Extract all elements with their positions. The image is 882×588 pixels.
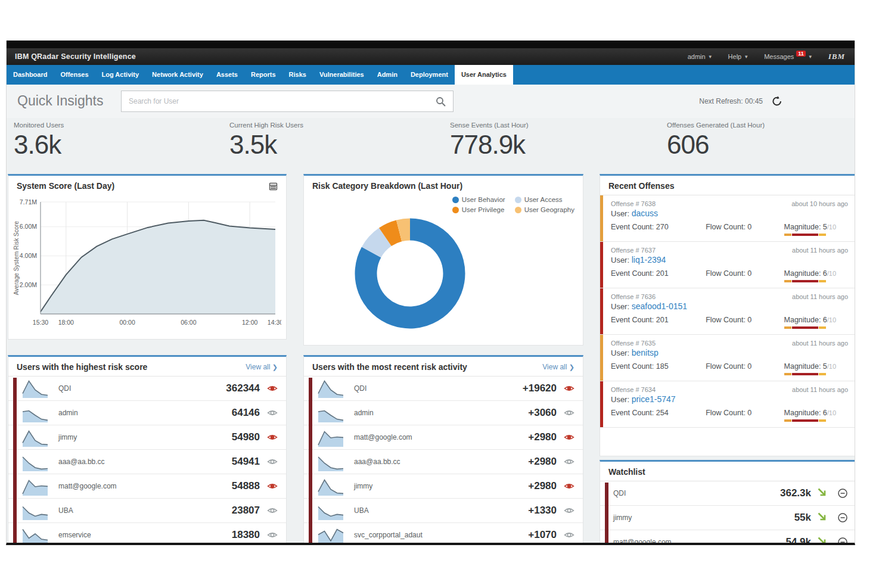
offense-user-link[interactable]: dacuss xyxy=(632,209,658,218)
watch-toggle[interactable] xyxy=(557,384,574,393)
remove-from-watchlist-button[interactable] xyxy=(837,537,848,545)
offense-user-link[interactable]: price1-5747 xyxy=(632,394,676,404)
eye-icon[interactable] xyxy=(267,384,278,393)
watch-toggle[interactable] xyxy=(557,531,574,539)
eye-icon[interactable] xyxy=(564,506,574,515)
list-item[interactable]: matt@google.com54888 xyxy=(8,474,286,499)
watch-toggle[interactable] xyxy=(260,482,278,490)
tab-dashboard[interactable]: Dashboard xyxy=(7,65,54,85)
legend-label: User Privilege xyxy=(462,206,505,213)
eye-icon[interactable] xyxy=(267,482,278,490)
user-menu[interactable]: admin▼ xyxy=(688,53,713,60)
magnitude-bar xyxy=(784,419,831,422)
tab-offenses[interactable]: Offenses xyxy=(54,65,95,85)
magnitude: Magnitude: 6/10 xyxy=(784,269,848,282)
view-all-link[interactable]: View all ❯ xyxy=(542,363,574,371)
messages-menu[interactable]: Messages11▼ xyxy=(764,53,813,60)
magnitude: Magnitude: 5/10 xyxy=(784,223,848,236)
eye-icon[interactable] xyxy=(267,458,278,466)
tab-admin[interactable]: Admin xyxy=(371,65,404,85)
page-title: Quick Insights xyxy=(17,93,103,109)
tab-deployment[interactable]: Deployment xyxy=(404,65,455,85)
user-name: QDI xyxy=(613,489,626,497)
remove-from-watchlist-button[interactable] xyxy=(837,488,848,499)
eye-icon[interactable] xyxy=(564,458,574,466)
main-nav: DashboardOffensesLog ActivityNetwork Act… xyxy=(7,65,855,85)
offense-user-link[interactable]: liq1-2394 xyxy=(632,255,666,265)
watch-toggle[interactable] xyxy=(260,409,278,417)
offense-card[interactable]: Offense # 7638about 10 hours agoUser: da… xyxy=(600,195,855,242)
watch-toggle[interactable] xyxy=(260,433,278,441)
tab-log-activity[interactable]: Log Activity xyxy=(95,65,146,85)
stat-value: 3.6k xyxy=(14,130,64,160)
offense-user-link[interactable]: seafood1-0151 xyxy=(632,301,687,311)
watch-toggle[interactable] xyxy=(557,482,574,490)
list-item[interactable]: UBA23807 xyxy=(8,499,286,523)
magnitude: Magnitude: 6/10 xyxy=(784,316,848,329)
watch-toggle[interactable] xyxy=(260,506,278,515)
list-item[interactable]: aaa@aa.bb.cc54941 xyxy=(8,450,286,474)
legend-swatch xyxy=(452,207,459,213)
sparkline-chart xyxy=(317,499,344,522)
next-refresh-label: Next Refresh: 00:45 xyxy=(699,97,763,105)
watch-toggle[interactable] xyxy=(557,433,574,441)
watch-toggle[interactable] xyxy=(260,384,278,393)
eye-icon[interactable] xyxy=(267,433,278,441)
user-list: QDI362344admin64146jimmy54980aaa@aa.bb.c… xyxy=(8,377,286,545)
search-input[interactable] xyxy=(122,91,453,111)
help-menu[interactable]: Help▼ xyxy=(728,53,749,60)
watchlist-item[interactable]: matt@google.com54.9k xyxy=(600,530,855,545)
tab-reports[interactable]: Reports xyxy=(244,65,282,85)
watch-toggle[interactable] xyxy=(557,409,574,417)
calendar-icon[interactable] xyxy=(269,182,278,191)
watchlist-item[interactable]: QDI362.3k xyxy=(600,481,855,506)
eye-icon[interactable] xyxy=(267,531,278,539)
list-item[interactable]: UBA+1330 xyxy=(304,499,583,523)
offense-card[interactable]: Offense # 7634about 11 hours agoUser: pr… xyxy=(600,381,855,428)
list-item[interactable]: matt@google.com+2980 xyxy=(304,425,583,450)
list-item[interactable]: QDI+19620 xyxy=(304,377,583,401)
list-item[interactable]: svc_corpportal_adaut+1070 xyxy=(304,523,583,545)
user-name: matt@google.com xyxy=(58,482,117,490)
list-item[interactable]: QDI362344 xyxy=(8,377,286,401)
watchlist-item[interactable]: jimmy55k xyxy=(600,506,855,530)
offense-card[interactable]: Offense # 7637about 11 hours agoUser: li… xyxy=(600,242,855,288)
list-item[interactable]: admin64146 xyxy=(8,401,286,425)
list-item[interactable]: aaa@aa.bb.cc+2980 xyxy=(304,450,583,474)
watch-toggle[interactable] xyxy=(557,506,574,515)
offense-user: User: liq1-2394 xyxy=(611,255,848,265)
list-item[interactable]: admin+3060 xyxy=(304,401,583,425)
tab-assets[interactable]: Assets xyxy=(210,65,244,85)
list-item[interactable]: jimmy54980 xyxy=(8,425,286,450)
tab-vulnerabilities[interactable]: Vulnerabilities xyxy=(313,65,371,85)
watch-toggle[interactable] xyxy=(260,458,278,466)
offense-card[interactable]: Offense # 7636about 11 hours agoUser: se… xyxy=(600,288,855,335)
watch-toggle[interactable] xyxy=(557,458,574,466)
refresh-icon[interactable] xyxy=(771,95,783,107)
remove-from-watchlist-button[interactable] xyxy=(837,512,848,523)
eye-icon[interactable] xyxy=(267,506,278,515)
list-item[interactable]: jimmy+2980 xyxy=(304,474,583,499)
tab-risks[interactable]: Risks xyxy=(282,65,313,85)
eye-icon[interactable] xyxy=(564,433,574,441)
stat-label: Current High Risk Users xyxy=(229,122,303,129)
eye-icon[interactable] xyxy=(564,409,574,417)
watch-toggle[interactable] xyxy=(260,531,278,539)
sparkline-chart xyxy=(317,475,344,497)
offense-card[interactable]: Offense # 7635about 11 hours agoUser: be… xyxy=(600,335,855,381)
offense-user-link[interactable]: benitsp xyxy=(632,348,659,357)
eye-icon[interactable] xyxy=(267,409,278,417)
user-name: UBA xyxy=(58,506,73,515)
eye-icon[interactable] xyxy=(564,531,574,539)
panel-title: System Score (Last Day) xyxy=(17,181,114,191)
sparkline-chart xyxy=(317,524,344,545)
list-item[interactable]: emservice18380 xyxy=(8,523,286,545)
eye-icon[interactable] xyxy=(564,482,574,490)
search-icon[interactable] xyxy=(435,96,447,108)
legend-label: User Access xyxy=(524,196,563,203)
risk-score-value: +2980 xyxy=(528,431,557,443)
tab-user-analytics[interactable]: User Analytics xyxy=(455,65,513,85)
view-all-link[interactable]: View all ❯ xyxy=(246,363,278,371)
eye-icon[interactable] xyxy=(564,384,574,393)
tab-network-activity[interactable]: Network Activity xyxy=(145,65,210,85)
